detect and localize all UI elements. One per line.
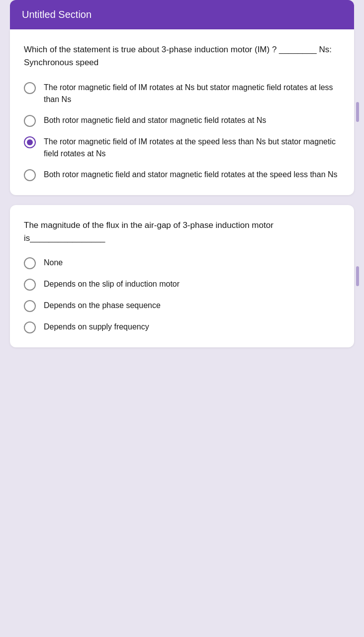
q1-option-4[interactable]: Both rotor magnetic field and stator mag… <box>24 169 340 181</box>
q1-radio-2[interactable] <box>24 115 36 127</box>
q2-option-4-text: Depends on supply frequency <box>44 321 149 333</box>
q2-radio-1[interactable] <box>24 257 36 269</box>
q2-option-3-text: Depends on the phase sequence <box>44 300 161 312</box>
q1-option-2-text: Both rotor magnetic field and stator mag… <box>44 114 266 126</box>
scroll-indicator-2 <box>356 266 359 286</box>
question-1-card: Which of the statement is true about 3-p… <box>10 29 354 195</box>
question-2-text: The magnitude of the flux in the air-gap… <box>24 219 340 245</box>
scroll-indicator-1 <box>356 102 359 122</box>
q1-option-4-text: Both rotor magnetic field and stator mag… <box>44 169 338 181</box>
q1-option-3[interactable]: The rotor magnetic field of IM rotates a… <box>24 136 340 160</box>
q2-radio-3[interactable] <box>24 300 36 312</box>
q2-radio-2[interactable] <box>24 279 36 291</box>
q2-option-2[interactable]: Depends on the slip of induction motor <box>24 278 340 291</box>
question-2-card: The magnitude of the flux in the air-gap… <box>10 205 354 348</box>
q1-option-2[interactable]: Both rotor magnetic field and stator mag… <box>24 114 340 127</box>
q1-option-1[interactable]: The rotor magnetic field of IM rotates a… <box>24 82 340 106</box>
q1-radio-4[interactable] <box>24 169 36 181</box>
q1-radio-3[interactable] <box>24 136 36 148</box>
q2-option-2-text: Depends on the slip of induction motor <box>44 278 180 290</box>
q2-option-1[interactable]: None <box>24 257 340 269</box>
q2-option-4[interactable]: Depends on supply frequency <box>24 321 340 333</box>
question-1-text: Which of the statement is true about 3-p… <box>24 43 340 70</box>
q2-option-3[interactable]: Depends on the phase sequence <box>24 300 340 312</box>
q1-option-1-text: The rotor magnetic field of IM rotates a… <box>44 82 340 106</box>
q2-option-1-text: None <box>44 257 63 269</box>
q2-radio-4[interactable] <box>24 321 36 333</box>
question-1-options: The rotor magnetic field of IM rotates a… <box>24 82 340 181</box>
q1-option-3-text: The rotor magnetic field of IM rotates a… <box>44 136 340 160</box>
question-2-options: None Depends on the slip of induction mo… <box>24 257 340 333</box>
section-title: Untitled Section <box>22 9 91 20</box>
section-header: Untitled Section <box>10 0 354 29</box>
q1-radio-1[interactable] <box>24 82 36 94</box>
